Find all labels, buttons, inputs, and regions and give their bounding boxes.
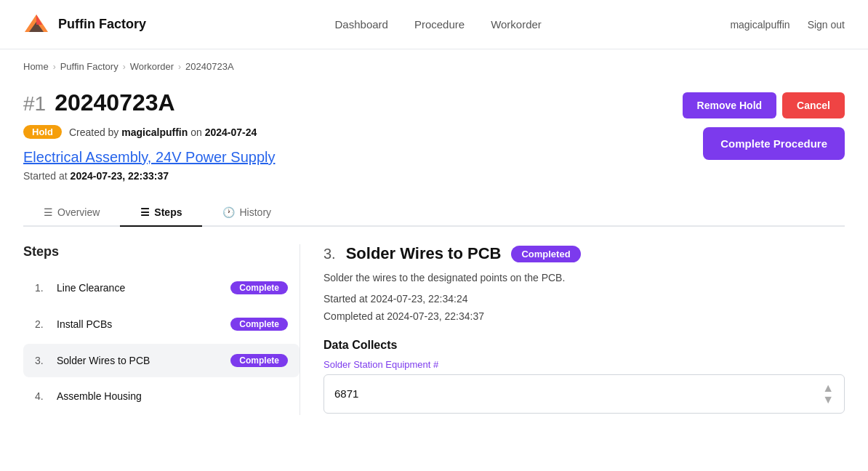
tab-steps[interactable]: ☰ Steps [120,199,202,227]
cancel-button[interactable]: Cancel [782,92,845,118]
steps-title: Steps [23,244,300,259]
procedure-link[interactable]: Electrical Assembly, 24V Power Supply [23,149,683,166]
step-badge-1: Complete [230,281,288,294]
tab-history[interactable]: 🕐 History [202,199,292,227]
step-item-3[interactable]: 3. Solder Wires to PCB Complete [23,344,300,377]
step-name-4: Assemble Housing [57,390,288,402]
field-input[interactable]: 6871 ▲ ▼ [324,374,845,414]
step-detail: 3. Solder Wires to PCB Completed Solder … [300,244,845,415]
step-num-4: 4. [35,390,49,402]
step-description: Solder the wires to the designated point… [324,272,845,283]
started-at: 2024-07-23, 22:33:37 [71,170,169,182]
hold-row: Hold Created by magicalpuffin on 2024-07… [23,125,683,139]
field-value: 6871 [334,387,358,400]
header-left: Puffin Factory [23,12,146,38]
step-num-2: 2. [35,318,49,330]
creator-name: magicalpuffin [121,126,188,138]
header-nav: Dashboard Procedure Workorder [335,18,542,31]
tab-overview[interactable]: ☰ Overview [23,199,120,227]
hold-badge: Hold [23,125,62,139]
btn-row: Remove Hold Cancel [683,92,845,118]
step-name-2: Install PCBs [57,318,223,330]
breadcrumb: Home › Puffin Factory › Workorder › 2024… [0,49,868,78]
page-header: #1 20240723A Hold Created by magicalpuff… [23,89,845,182]
breadcrumb-sep-3: › [178,62,181,72]
step-name-1: Line Clearance [57,282,223,294]
breadcrumb-puffin-factory[interactable]: Puffin Factory [60,61,118,72]
workorder-title: #1 20240723A [23,89,683,116]
breadcrumb-workorder[interactable]: Workorder [130,61,174,72]
header: Puffin Factory Dashboard Procedure Worko… [0,0,868,49]
started-text: Started at 2024-07-23, 22:33:37 [23,170,683,182]
username: magicalpuffin [730,19,789,31]
step-completed-at: Completed at 2024-07-23, 22:34:37 [324,308,845,326]
breadcrumb-sep-1: › [53,62,56,72]
steps-sidebar: Steps 1. Line Clearance Complete 2. Inst… [23,244,300,415]
step-completed-badge: Completed [511,246,580,262]
complete-procedure-button[interactable]: Complete Procedure [703,127,845,160]
steps-icon: ☰ [140,206,150,218]
logo-icon [23,12,49,38]
step-num-1: 1. [35,282,49,294]
tab-overview-label: Overview [57,206,100,218]
step-num-3: 3. [35,355,49,366]
content-area: Steps 1. Line Clearance Complete 2. Inst… [23,244,845,415]
action-buttons: Remove Hold Cancel Complete Procedure [683,89,845,160]
nav-dashboard[interactable]: Dashboard [335,18,388,31]
step-detail-num: 3. [324,246,336,262]
brand-name: Puffin Factory [58,17,146,32]
field-label: Solder Station Equipment # [324,359,845,370]
workorder-number: #1 [23,92,46,116]
signout-link[interactable]: Sign out [808,19,845,31]
main: #1 20240723A Hold Created by magicalpuff… [0,78,868,438]
tab-history-label: History [239,206,271,218]
remove-hold-button[interactable]: Remove Hold [683,92,776,118]
created-date: 2024-07-24 [205,126,257,138]
creator-text: Created by magicalpuffin on 2024-07-24 [69,126,257,138]
page-header-left: #1 20240723A Hold Created by magicalpuff… [23,89,683,182]
step-badge-3: Complete [230,354,288,367]
data-collects-title: Data Collects [324,339,845,352]
breadcrumb-home[interactable]: Home [23,61,49,72]
history-icon: 🕐 [222,206,235,218]
workorder-id: 20240723A [55,89,174,116]
step-item-4[interactable]: 4. Assemble Housing [23,380,300,412]
step-detail-title: 3. Solder Wires to PCB Completed [324,244,845,263]
spinner-icon[interactable]: ▲ ▼ [822,382,834,406]
header-right: magicalpuffin Sign out [730,19,845,31]
breadcrumb-id[interactable]: 20240723A [185,61,234,72]
step-name-3: Solder Wires to PCB [57,355,223,366]
nav-workorder[interactable]: Workorder [491,18,542,31]
step-started-at: Started at 2024-07-23, 22:34:24 [324,291,845,308]
overview-icon: ☰ [44,206,53,218]
tabs: ☰ Overview ☰ Steps 🕐 History [23,199,845,227]
step-times: Started at 2024-07-23, 22:34:24 Complete… [324,291,845,326]
step-badge-2: Complete [230,318,288,331]
step-item-1[interactable]: 1. Line Clearance Complete [23,271,300,305]
tab-steps-label: Steps [154,206,182,218]
step-detail-name: Solder Wires to PCB [346,244,502,263]
step-item-2[interactable]: 2. Install PCBs Complete [23,307,300,341]
nav-procedure[interactable]: Procedure [414,18,465,31]
breadcrumb-sep-2: › [123,62,126,72]
